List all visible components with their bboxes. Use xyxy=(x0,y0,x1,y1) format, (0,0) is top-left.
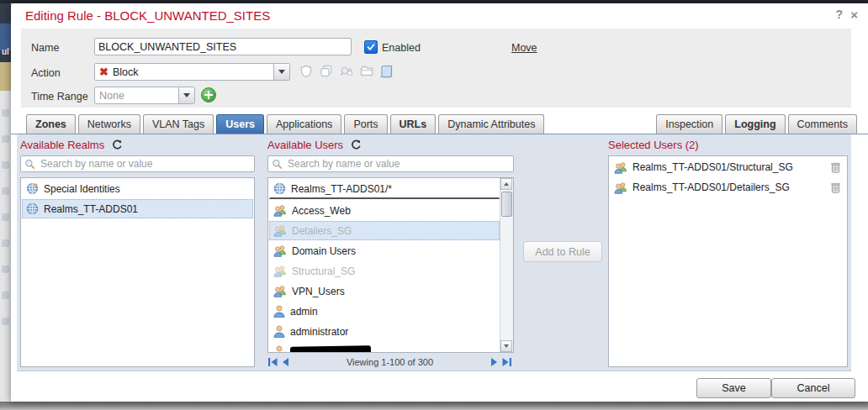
background-list-ghosts xyxy=(0,109,11,325)
search-icon xyxy=(24,159,35,170)
tab-ports[interactable]: Ports xyxy=(344,114,387,134)
list-item[interactable]: administrator xyxy=(269,322,500,341)
refresh-icon[interactable] xyxy=(351,139,362,150)
list-item[interactable]: Detailers_SG xyxy=(269,221,500,240)
tab-applications[interactable]: Applications xyxy=(267,114,341,134)
next-page-icon[interactable] xyxy=(490,357,499,367)
tab-users[interactable]: Users xyxy=(216,114,264,134)
list-item-label: Domain Users xyxy=(292,245,356,257)
page-bottom-scrollbar[interactable] xyxy=(0,402,868,410)
time-range-label: Time Range xyxy=(31,91,88,102)
tab-inspection[interactable]: Inspection xyxy=(656,114,722,134)
list-item[interactable]: VPN_Users xyxy=(269,281,500,301)
user-icon xyxy=(273,305,285,318)
block-x-icon: ✖ xyxy=(99,66,108,77)
rule-form-panel: Name Enabled Move Action ✖ Block xyxy=(21,29,851,108)
background-page-strip: ul xyxy=(0,3,11,402)
tab-logging[interactable]: Logging xyxy=(725,114,785,134)
check-icon xyxy=(367,43,375,51)
tab-zones[interactable]: Zones xyxy=(26,114,76,134)
tab-networks[interactable]: Networks xyxy=(78,114,140,134)
realms-search xyxy=(20,155,255,172)
selected-users-header: Selected Users (2) xyxy=(608,139,699,151)
list-item-label: Realms_TT-ADDS01/* xyxy=(291,183,392,195)
list-item-label: Realms_TT-ADDS01 xyxy=(44,203,138,215)
group-icon xyxy=(273,244,287,257)
name-input[interactable] xyxy=(94,38,352,55)
folder-icon[interactable] xyxy=(359,64,373,78)
background-nav-text: ul xyxy=(2,47,9,56)
users-pagination: Viewing 1-100 of 300 xyxy=(267,355,512,369)
group-icon xyxy=(614,181,627,194)
scroll-down-icon[interactable] xyxy=(500,340,512,352)
list-item-label: Structural_SG xyxy=(292,265,355,277)
list-item[interactable] xyxy=(269,342,500,353)
refresh-icon[interactable] xyxy=(112,139,123,150)
redacted-username xyxy=(290,345,371,353)
shield-icon[interactable] xyxy=(299,64,313,78)
list-item[interactable]: Domain Users xyxy=(269,241,500,260)
users-search xyxy=(267,155,514,172)
first-page-icon[interactable] xyxy=(267,357,278,367)
realms-search-input[interactable] xyxy=(39,157,251,171)
last-page-icon[interactable] xyxy=(501,357,512,367)
chevron-down-icon[interactable] xyxy=(178,87,194,103)
scroll-up-icon[interactable] xyxy=(500,178,512,190)
add-to-rule-button[interactable]: Add to Rule xyxy=(523,241,602,262)
users-tab-content: Available Realms Available Users Selecte… xyxy=(17,134,851,371)
chevron-down-icon[interactable] xyxy=(273,64,289,80)
paging-text: Viewing 1-100 of 300 xyxy=(292,357,488,367)
close-icon[interactable]: × xyxy=(850,8,858,22)
trash-icon[interactable] xyxy=(831,162,842,173)
tab-dynamic-attributes[interactable]: Dynamic Attributes xyxy=(438,114,544,134)
prev-page-icon[interactable] xyxy=(281,357,289,367)
available-realms-list: Special IdentitiesRealms_TT-ADDS01 xyxy=(20,177,255,367)
save-button[interactable]: Save xyxy=(696,378,771,398)
selected-users-list: Realms_TT-ADDS01/Structural_SGRealms_TT-… xyxy=(608,155,848,367)
name-label: Name xyxy=(31,42,59,54)
add-time-range-icon[interactable] xyxy=(201,87,216,102)
rule-tabs: ZonesNetworksVLAN TagsUsersApplicationsP… xyxy=(11,114,868,134)
scrollbar-thumb[interactable] xyxy=(501,192,512,217)
list-item[interactable]: Realms_TT-ADDS01/* xyxy=(269,179,500,199)
globe-icon xyxy=(26,202,39,215)
tabs-left: ZonesNetworksVLAN TagsUsersApplicationsP… xyxy=(26,114,547,134)
list-item[interactable]: Structural_SG xyxy=(269,261,500,281)
list-item[interactable]: Access_Web xyxy=(269,201,500,220)
trash-icon[interactable] xyxy=(831,182,842,193)
list-item[interactable]: Realms_TT-ADDS01 xyxy=(22,199,253,218)
tab-urls[interactable]: URLs xyxy=(390,114,437,134)
time-range-dropdown[interactable]: None xyxy=(94,87,195,104)
logging-scroll-icon[interactable] xyxy=(379,64,394,78)
inspect-lock-icon[interactable] xyxy=(339,64,353,78)
dialog-title: Editing Rule - BLOCK_UNWANTED_SITES xyxy=(25,8,270,23)
selected-user-label: Realms_TT-ADDS01/Structural_SG xyxy=(632,161,826,173)
list-item[interactable]: Special Identities xyxy=(22,179,253,198)
list-item[interactable]: admin xyxy=(269,302,500,321)
selected-user-row: Realms_TT-ADDS01/Structural_SG xyxy=(609,158,847,176)
group-icon xyxy=(273,204,287,217)
copy-policy-icon[interactable] xyxy=(319,64,333,78)
users-search-input[interactable] xyxy=(286,157,510,171)
group-icon xyxy=(614,161,627,174)
list-item-label: VPN_Users xyxy=(292,286,345,297)
move-link[interactable]: Move xyxy=(511,42,537,54)
group-icon xyxy=(273,285,287,297)
group-icon xyxy=(273,224,287,237)
globe-icon xyxy=(273,182,286,195)
list-item-label: admin xyxy=(290,306,318,318)
list-item-label: Detailers_SG xyxy=(292,225,352,237)
user-icon xyxy=(273,345,285,353)
enabled-checkbox[interactable] xyxy=(364,40,378,54)
tab-vlan-tags[interactable]: VLAN Tags xyxy=(143,114,214,134)
help-icon[interactable]: ? xyxy=(835,8,843,21)
tab-comments[interactable]: Comments xyxy=(788,114,857,134)
available-users-list: Realms_TT-ADDS01/*Access_WebDetailers_SG… xyxy=(267,177,514,353)
enabled-label: Enabled xyxy=(382,42,421,54)
action-toolbar xyxy=(299,64,394,78)
available-realms-header: Available Realms xyxy=(20,139,123,151)
action-dropdown[interactable]: ✖ Block xyxy=(94,63,290,81)
users-list-scrollbar[interactable] xyxy=(500,178,513,352)
action-label: Action xyxy=(31,67,61,79)
cancel-button[interactable]: Cancel xyxy=(771,378,855,398)
